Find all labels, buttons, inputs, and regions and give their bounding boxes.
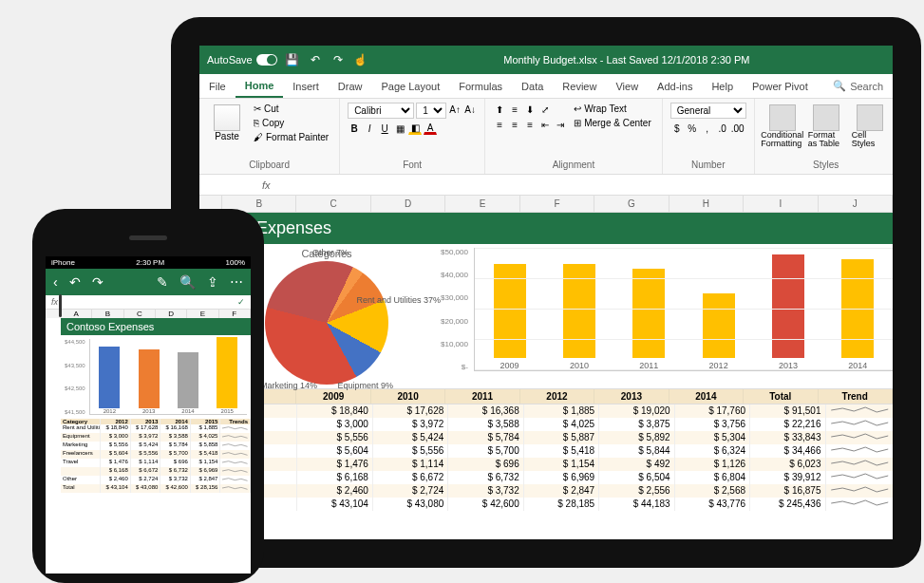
underline-button[interactable]: U: [378, 122, 391, 135]
tab-page-layout[interactable]: Page Layout: [371, 74, 449, 98]
cell[interactable]: $ 6,732: [160, 467, 191, 476]
share-icon[interactable]: ⇪: [207, 274, 218, 290]
cell[interactable]: $ 3,756: [675, 418, 750, 431]
sparkline-cell[interactable]: [220, 459, 251, 467]
col-header[interactable]: D: [156, 310, 187, 318]
cell[interactable]: $ 5,700: [448, 444, 523, 458]
cell[interactable]: $ 6,168: [297, 471, 372, 484]
cell[interactable]: $ 2,724: [131, 476, 161, 484]
cell[interactable]: $ 18,840: [101, 424, 131, 433]
cell[interactable]: $ 5,604: [101, 450, 131, 459]
cell[interactable]: $ 5,556: [297, 431, 372, 444]
cell[interactable]: $ 17,628: [131, 424, 161, 433]
phone-bar-chart[interactable]: $44,500 $43,500 $42,500 $41,500 20122013…: [46, 335, 251, 419]
cell[interactable]: $ 17,628: [373, 404, 448, 418]
phone-formula-input[interactable]: [58, 297, 237, 307]
cell[interactable]: $ 2,460: [297, 484, 372, 498]
cell[interactable]: $ 6,023: [750, 458, 825, 471]
cell[interactable]: $ 3,000: [297, 418, 372, 431]
merge-center-button[interactable]: ⊞ Merge & Center: [571, 117, 654, 129]
cell[interactable]: $ 5,418: [524, 444, 599, 458]
sparkline-cell[interactable]: [826, 431, 893, 444]
cell[interactable]: $ 28,185: [524, 498, 599, 511]
cell[interactable]: $ 2,568: [675, 484, 750, 498]
font-name-select[interactable]: Calibri: [348, 103, 414, 119]
cell[interactable]: $ 1,154: [191, 459, 221, 467]
table-row[interactable]: $ 5,556$ 5,424$ 5,784$ 5,887$ 5,892$ 5,3…: [222, 431, 893, 444]
phone-sheet-title[interactable]: Contoso Expenses: [61, 318, 251, 335]
cell[interactable]: $ 28,156: [191, 484, 221, 493]
cell[interactable]: $ 43,776: [675, 498, 750, 511]
font-color-button[interactable]: A: [424, 122, 437, 135]
cell[interactable]: $ 2,847: [524, 484, 599, 498]
tab-addins[interactable]: Add-ins: [648, 74, 702, 98]
align-bottom-icon[interactable]: ⬇: [523, 103, 537, 116]
percent-icon[interactable]: %: [686, 122, 699, 135]
cell[interactable]: $ 43,104: [101, 484, 131, 493]
cell[interactable]: $ 16,168: [160, 424, 191, 433]
cell[interactable]: $ 1,885: [191, 424, 221, 433]
formula-input[interactable]: [276, 179, 893, 191]
wrap-text-button[interactable]: ↩ Wrap Text: [571, 103, 654, 115]
back-icon[interactable]: ‹: [53, 274, 58, 290]
col-header[interactable]: F: [219, 310, 251, 318]
cell[interactable]: $ 3,972: [373, 418, 448, 431]
format-painter-button[interactable]: 🖌 Format Painter: [251, 131, 331, 143]
cell[interactable]: $ 43,080: [373, 498, 448, 511]
table-row[interactable]: $ 2,460$ 2,724$ 3,732$ 2,847$ 2,556$ 2,5…: [222, 484, 893, 498]
cell[interactable]: $ 2,847: [191, 476, 221, 484]
table-row[interactable]: $ 6,168$ 6,672$ 6,732$ 6,969: [61, 467, 251, 476]
cell[interactable]: $ 5,556: [373, 444, 448, 458]
cell[interactable]: $ 4,025: [191, 433, 221, 442]
sparkline-cell[interactable]: [220, 476, 251, 484]
cell[interactable]: $ 5,556: [101, 442, 131, 450]
sparkline-cell[interactable]: [826, 484, 893, 498]
cell[interactable]: $ 22,216: [750, 418, 825, 431]
italic-button[interactable]: I: [363, 122, 376, 135]
cell[interactable]: $ 3,972: [131, 433, 161, 442]
cell[interactable]: $ 4,025: [524, 418, 599, 431]
cell[interactable]: $ 5,784: [160, 442, 191, 450]
sparkline-cell[interactable]: [220, 433, 251, 442]
check-icon[interactable]: ✓: [237, 297, 245, 307]
cell[interactable]: $ 5,418: [191, 450, 221, 459]
cell[interactable]: $ 2,724: [373, 484, 448, 498]
sheet-title-cell[interactable]: so Expenses: [199, 213, 893, 244]
cell[interactable]: $ 5,304: [675, 431, 750, 444]
cell[interactable]: $ 2,556: [599, 484, 674, 498]
sparkline-cell[interactable]: [826, 471, 893, 484]
cell[interactable]: $ 1,885: [524, 404, 599, 418]
cell[interactable]: $ 16,368: [448, 404, 523, 418]
cell[interactable]: $ 33,843: [750, 431, 825, 444]
number-format-select[interactable]: General: [670, 103, 746, 119]
col-header[interactable]: I: [744, 196, 818, 212]
table-row[interactable]: Utilities$ 18,840$ 17,628$ 16,368$ 1,885…: [222, 404, 893, 418]
cell[interactable]: $ 1,476: [297, 458, 372, 471]
tab-home[interactable]: Home: [236, 74, 284, 98]
cell[interactable]: $ 1,126: [675, 458, 750, 471]
col-header[interactable]: D: [371, 196, 445, 212]
orientation-icon[interactable]: ⤢: [538, 103, 552, 116]
col-header[interactable]: B: [92, 310, 123, 318]
col-header[interactable]: F: [520, 196, 594, 212]
cell[interactable]: $ 6,168: [101, 467, 131, 476]
cell-styles-button[interactable]: Cell Styles: [850, 103, 890, 150]
edit-icon[interactable]: ✎: [157, 274, 168, 290]
cell[interactable]: $ 5,892: [599, 431, 674, 444]
cell[interactable]: $ 2,460: [101, 476, 131, 484]
decrease-font-icon[interactable]: A↓: [463, 103, 477, 116]
sparkline-cell[interactable]: [220, 467, 251, 476]
border-button[interactable]: ▦: [393, 122, 406, 135]
indent-inc-icon[interactable]: ⇥: [554, 118, 567, 131]
cell[interactable]: $ 3,875: [599, 418, 674, 431]
autosave-toggle[interactable]: AutoSave: [207, 54, 277, 66]
redo-icon[interactable]: ↷: [92, 274, 104, 290]
cell[interactable]: $ 5,556: [131, 450, 161, 459]
currency-icon[interactable]: $: [670, 122, 684, 135]
fill-color-button[interactable]: ◧: [408, 122, 422, 135]
cell[interactable]: $ 1,114: [131, 459, 161, 467]
cell[interactable]: $ 5,424: [131, 442, 161, 450]
tab-formulas[interactable]: Formulas: [449, 74, 512, 98]
inc-decimal-icon[interactable]: .0: [716, 122, 729, 135]
cell[interactable]: $ 6,804: [675, 471, 750, 484]
